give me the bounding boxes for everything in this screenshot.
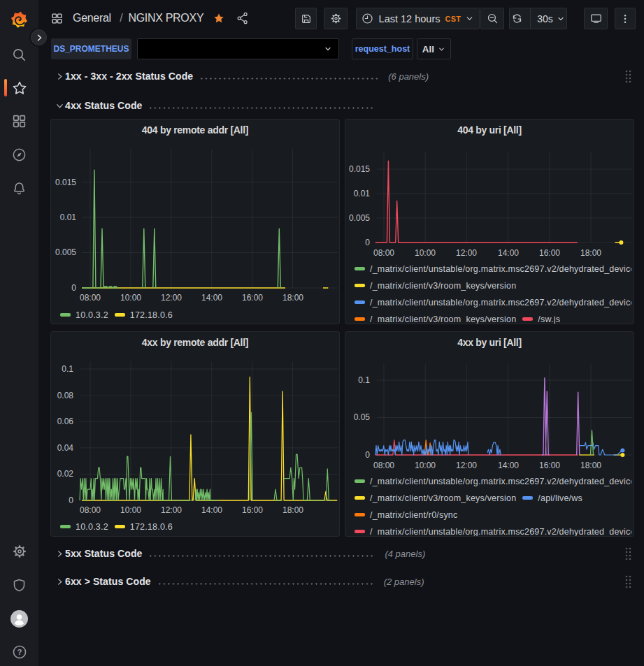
svg-text:?: ? bbox=[17, 648, 22, 656]
